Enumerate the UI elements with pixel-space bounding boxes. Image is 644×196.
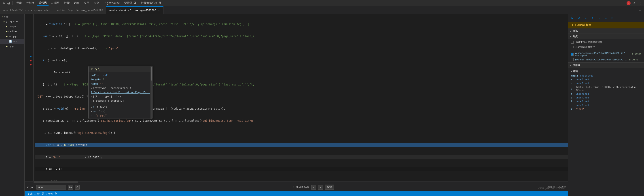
main-layout: ▶ top ▶ y.qq.com ▶ compo... ▶ medias... … — [0, 14, 644, 196]
scope-e: e: {data: {…}, time: 10000, withCredenti… — [570, 85, 642, 92]
scope-key-o: o: — [571, 104, 574, 107]
menu-recorder[interactable]: 记录器 及 — [122, 1, 138, 5]
breakpoint-item-2[interactable]: (window.webpackJsonp=window.webpackJ... … — [570, 58, 642, 62]
exception-caught-checkbox[interactable] — [571, 46, 574, 48]
code-line-10: -1 !== t.url.indexOf("cgi-bin/musics.fcg… — [35, 131, 568, 135]
debug-step-btn[interactable]: → — [597, 16, 602, 20]
watch-arrow: ▶ — [570, 30, 571, 32]
line-numbers: → ● ● — [24, 14, 34, 181]
tooltip-section-proto[interactable]: ▶ prototype: {constructor: f} — [91, 86, 150, 90]
menu-sources[interactable]: 源代码 — [37, 0, 48, 6]
breakpoint-items-section: ✓ vendor.chunk.ef9ae512d819f8adc326.js?m… — [568, 50, 644, 63]
code-line-3: , r = t.dataType.toLowerCase(); r = "jso… — [35, 46, 568, 50]
chevron-ryqq-icon: ▶ — [6, 45, 8, 48]
match-case-btn[interactable]: Aa — [68, 185, 73, 190]
tooltip-key-name: name: — [91, 82, 98, 85]
bp-check-1[interactable]: ✓ — [571, 53, 574, 56]
menu-network[interactable]: ⚠ 网络 — [50, 1, 62, 5]
tooltip-value-length: 1 — [103, 78, 104, 81]
exception-uncaught-checkbox[interactable] — [571, 41, 574, 44]
debug-deactivate-btn[interactable]: ↗ — [604, 16, 608, 20]
scope-val-a: undefined — [576, 78, 589, 81]
devtools-icon[interactable]: ⚙ — [2, 1, 6, 5]
breakpoints-title: 断点 — [573, 35, 578, 38]
watch-header[interactable]: ▶ 监视 — [568, 28, 644, 34]
code-line-9: t.needSign && -1 !== t.url.indexOf("cgi-… — [35, 119, 568, 123]
debug-panel: ▶ ↺ ↓ ↑ → ↗ ⤺ ⏸ 已在断点暂停 ▶ 监视 ▼ 断点 — [568, 14, 644, 196]
exception-caught-label: 在遇到异常时暂停 — [575, 45, 595, 48]
tab-vendor-close[interactable]: × — [158, 9, 160, 12]
scope-header[interactable]: ▼ 作用域 — [568, 63, 644, 68]
more-button[interactable]: ⋮ — [638, 1, 642, 5]
menu-security[interactable]: 安全 — [92, 1, 101, 5]
regex-btn[interactable]: .* — [75, 185, 80, 190]
sidebar-item-medias[interactable]: ▶ medias... — [0, 29, 24, 34]
sidebar-item-ryqq[interactable]: ▶ ryqq — [0, 44, 24, 48]
scope-o: o: undefined — [570, 103, 642, 107]
tooltip-section-prototype[interactable]: ▶ [[Prototype]]: f () — [91, 94, 150, 99]
settings-button[interactable]: ⚙ — [632, 1, 636, 5]
tab-more-btn[interactable]: ⋯ — [637, 8, 642, 12]
scope-val-e: {data: {…}, time: 10000, withCredentials… — [576, 86, 641, 92]
notification-badge: 3 — [626, 1, 630, 5]
tooltip-extra-p: p: "/ryqq/" — [91, 114, 150, 118]
svg-rect-0 — [7, 2, 10, 4]
breakpoints-content: 遇到未捕获的异常时暂停 在遇到异常时暂停 — [568, 39, 644, 50]
code-line-4: if (t.url = A({ — [35, 58, 568, 62]
menu-memory[interactable]: 内存 — [72, 1, 81, 5]
tab-search[interactable]: search?w=%E5%91...txt.yqq.center — [0, 6, 53, 14]
exception-caught-option[interactable]: 在遇到异常时暂停 — [570, 44, 642, 49]
code-container[interactable]: → ● ● , L = function( — [24, 14, 568, 183]
tab-runtime[interactable]: runtime~Page.d5...ax_age=2592000 — [53, 6, 106, 14]
scope-val-o: undefined — [576, 104, 589, 107]
bp-check-2[interactable] — [571, 58, 574, 61]
sidebar-item-top[interactable]: ▶ top — [0, 14, 24, 19]
tooltip-extra-oe[interactable]: ▶ oe: f (e) — [91, 109, 150, 114]
tooltip-scrollbar[interactable] — [150, 66, 152, 118]
menu-lighthouse[interactable]: Lighthouse — [102, 1, 122, 5]
breakpoint-items-list: ✓ vendor.chunk.ef9ae512d819f8adc326.js?m… — [568, 50, 644, 62]
search-next-btn[interactable]: ∨ — [318, 185, 323, 190]
search-cancel-btn[interactable]: 取消 — [325, 184, 334, 190]
tooltip-extra-o[interactable]: ▶ o: f (e,t) — [91, 105, 150, 109]
tooltip-section-scopes[interactable]: ▶ [[Scopes]]: Scopes[2] — [91, 99, 150, 103]
exception-uncaught-label: 遇到未捕获的异常时暂停 — [575, 40, 602, 44]
sidebar-item-search[interactable]: 📄 sear... — [0, 39, 24, 44]
scope-key-i: i: — [571, 96, 574, 99]
watermark: CSDN @weixin_4233020× — [538, 187, 567, 190]
menu-perf-insights[interactable]: 性能数据分析 及 — [139, 1, 163, 5]
debug-step-over-btn[interactable]: ↺ — [577, 16, 582, 20]
pause-icon: ⏸ — [571, 24, 574, 27]
responsive-icon[interactable] — [7, 1, 11, 5]
menu-elements[interactable]: 元素 — [14, 1, 24, 5]
tooltip-value-o: f (e,t) — [97, 106, 107, 108]
search-input[interactable] — [38, 186, 64, 189]
debug-step-out-btn[interactable]: ↑ — [590, 16, 595, 20]
debug-step-into-btn[interactable]: ↓ — [584, 16, 588, 20]
breakpoints-arrow: ▼ — [570, 35, 571, 38]
debug-resume-btn[interactable]: ▶ — [570, 16, 575, 20]
scope-f: f: undefined — [570, 92, 642, 96]
breakpoint-item-1[interactable]: ✓ vendor.chunk.ef9ae512d819f8adc326.js?m… — [570, 51, 642, 58]
scope-local-items: this: undefined a: undefined c: undefine… — [570, 74, 642, 111]
sidebar-item-nryqq[interactable]: ▶ n/ryqq — [0, 34, 24, 39]
scope-local-header[interactable]: ▼ 本地 — [570, 69, 642, 74]
menu-application[interactable]: 应用 — [82, 1, 91, 5]
menu-performance[interactable]: 性能 — [62, 1, 71, 5]
tooltip-section-location[interactable]: [[FunctionLocation]]: runtime~Page.d5... — [91, 90, 150, 94]
sidebar-item-yqq[interactable]: ▶ y.qq.com — [0, 19, 24, 24]
horizontal-scrollbar[interactable] — [24, 181, 568, 183]
breakpoints-section: ▼ 断点 遇到未捕获的异常时暂停 在遇到异常时暂停 — [568, 34, 644, 50]
scope-l: l: undefined — [570, 100, 642, 103]
scope-this: this: undefined — [570, 74, 642, 78]
tab-vendor[interactable]: vendor.chunk.ef...ax_age=2592000 × — [106, 6, 164, 14]
exception-uncaught-option[interactable]: 遇到未捕获的异常时暂停 — [570, 40, 642, 44]
menu-console[interactable]: 控制台 — [24, 1, 36, 5]
bp-filename-1: vendor.chunk.ef9ae512d819f8adc326.js?max… — [575, 52, 630, 57]
sidebar-item-compo[interactable]: ▶ compo... — [0, 24, 24, 29]
debug-pause-exceptions-btn[interactable]: ⤺ — [610, 16, 615, 20]
tooltip-arrow-proto: ▶ — [91, 87, 92, 89]
tab-vendor-label: vendor.chunk.ef...ax_age=2592000 — [109, 9, 156, 12]
search-prev-btn[interactable]: ∧ — [311, 185, 316, 190]
breakpoints-header[interactable]: ▼ 断点 — [568, 34, 644, 39]
